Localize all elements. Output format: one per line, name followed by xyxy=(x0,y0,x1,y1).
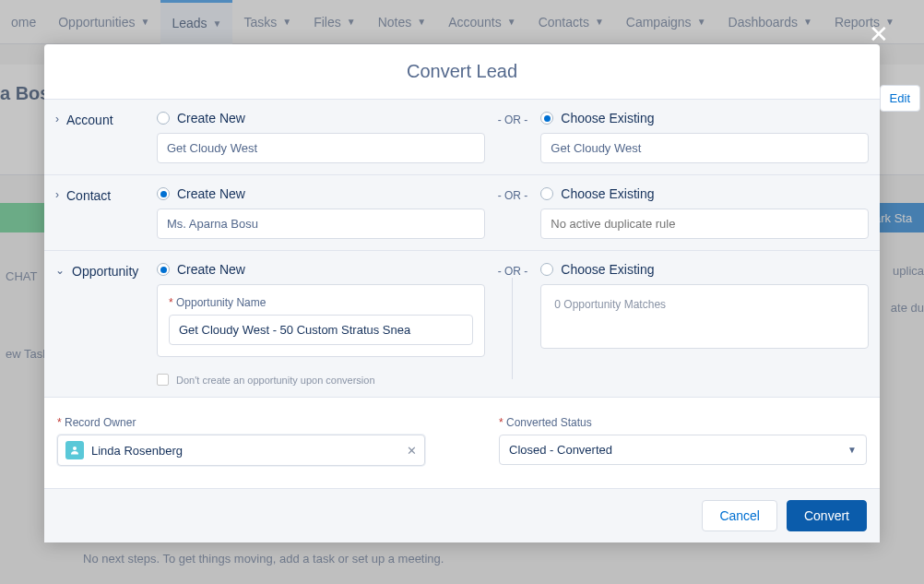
record-owner-value: Linda Rosenberg xyxy=(91,444,183,458)
contact-existing-input[interactable] xyxy=(540,209,869,239)
clear-owner-icon[interactable]: ✕ xyxy=(407,444,417,458)
edit-button[interactable]: Edit xyxy=(880,85,920,112)
chevron-down-icon: ▼ xyxy=(847,445,857,455)
account-existing-input[interactable] xyxy=(540,133,869,163)
chevron-down-icon[interactable]: ⌄ xyxy=(55,264,65,277)
chevron-right-icon[interactable]: › xyxy=(55,188,59,201)
contact-new-input[interactable] xyxy=(157,209,485,239)
radio-opportunity-choose-existing[interactable] xyxy=(540,263,553,276)
radio-label: Choose Existing xyxy=(561,186,654,201)
converted-status-value: Closed - Converted xyxy=(509,443,612,457)
bottom-fields: Record Owner Linda Rosenberg ✕ Converted… xyxy=(44,397,880,488)
section-label-opportunity: Opportunity xyxy=(72,264,138,279)
radio-label: Choose Existing xyxy=(561,111,654,125)
converted-status-select[interactable]: Closed - Converted ▼ xyxy=(499,435,867,465)
radio-label: Create New xyxy=(177,262,245,277)
radio-label: Choose Existing xyxy=(561,262,654,277)
opportunity-name-label: Opportunity Name xyxy=(169,296,473,309)
section-label-account: Account xyxy=(66,113,113,127)
or-divider: - OR - xyxy=(498,111,528,126)
dont-create-label: Don't create an opportunity upon convers… xyxy=(176,375,375,386)
section-account: › Account Create New - OR - Choose Exist… xyxy=(44,99,880,174)
radio-opportunity-create-new[interactable] xyxy=(157,263,170,276)
account-new-input[interactable] xyxy=(157,133,485,163)
dont-create-checkbox[interactable] xyxy=(157,374,169,386)
converted-status-label: Converted Status xyxy=(499,416,867,429)
section-contact: › Contact Create New - OR - Choose Exist… xyxy=(44,174,880,250)
chevron-right-icon[interactable]: › xyxy=(55,113,59,125)
close-icon[interactable]: ✕ xyxy=(869,20,889,49)
radio-label: Create New xyxy=(177,186,245,201)
convert-button[interactable]: Convert xyxy=(787,500,867,531)
or-divider: - OR - xyxy=(498,186,528,202)
section-opportunity: ⌄ Opportunity Create New Opportunity Nam… xyxy=(44,250,880,397)
opportunity-matches-card: 0 Opportunity Matches xyxy=(540,284,869,349)
opportunity-card: Opportunity Name xyxy=(157,284,485,357)
radio-contact-choose-existing[interactable] xyxy=(540,187,553,200)
modal-footer: Cancel Convert xyxy=(44,488,880,542)
svg-point-0 xyxy=(73,447,77,450)
vertical-divider xyxy=(512,278,513,379)
avatar-icon xyxy=(65,441,84,459)
opportunity-name-input[interactable] xyxy=(169,315,473,345)
record-owner-label: Record Owner xyxy=(57,416,425,429)
convert-lead-modal: ✕ Convert Lead › Account Create New - OR… xyxy=(44,44,880,542)
radio-contact-create-new[interactable] xyxy=(157,187,170,200)
or-divider: - OR - xyxy=(498,262,528,278)
radio-account-create-new[interactable] xyxy=(157,112,170,125)
record-owner-pill[interactable]: Linda Rosenberg ✕ xyxy=(57,435,425,466)
radio-account-choose-existing[interactable] xyxy=(540,112,553,125)
modal-title: Convert Lead xyxy=(44,44,880,99)
section-label-contact: Contact xyxy=(66,188,111,203)
cancel-button[interactable]: Cancel xyxy=(702,500,777,531)
radio-label: Create New xyxy=(177,111,245,125)
